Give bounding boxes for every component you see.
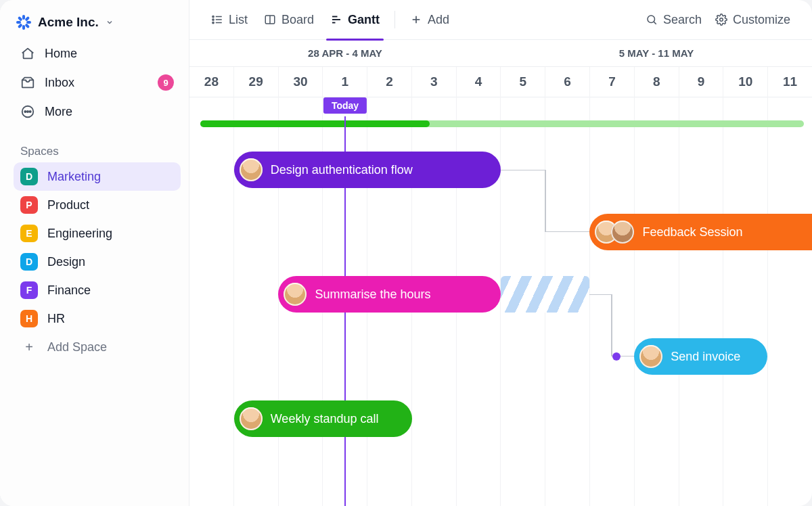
gantt-icon (330, 14, 342, 26)
more-icon (20, 104, 35, 119)
svg-point-3 (30, 111, 31, 112)
svg-point-1 (24, 111, 26, 112)
customize-button[interactable]: Customize (708, 0, 797, 40)
search-icon (646, 14, 658, 26)
dependency-line (501, 170, 545, 232)
main-pane: List Board Gantt Add (189, 0, 812, 506)
task-assignees (240, 158, 263, 181)
task-label: Weekly standup call (271, 412, 379, 426)
day-number: 29 (234, 67, 278, 97)
day-column: 9 (679, 67, 723, 506)
task-bar[interactable]: Send invoice (634, 338, 767, 375)
dependency-line (612, 294, 634, 356)
task-assignees (595, 221, 634, 244)
day-number: 1 (323, 67, 367, 97)
svg-point-2 (27, 111, 28, 112)
task-assignees (284, 283, 307, 306)
avatar (240, 158, 263, 181)
spaces-section-label: Spaces (14, 145, 181, 162)
nav-more-label: More (45, 105, 72, 119)
svg-point-17 (648, 16, 655, 23)
sidebar: Acme Inc. Home Inbox 9 More Spaces DM (0, 0, 189, 506)
dependency-line (545, 170, 590, 232)
view-tab-gantt[interactable]: Gantt (323, 0, 386, 40)
week-range-0: 28 APR - 4 MAY (189, 40, 501, 67)
search-label: Search (663, 13, 702, 27)
milestone-dot[interactable] (612, 352, 621, 361)
sidebar-space-engineering[interactable]: EEngineering (14, 219, 181, 248)
avatar (611, 221, 634, 244)
timeline-progress (200, 120, 804, 127)
day-number: 5 (501, 67, 545, 97)
search-button[interactable]: Search (639, 0, 708, 40)
plus-icon: + (20, 340, 38, 355)
day-column: 7 (589, 67, 634, 506)
workspace-name: Acme Inc. (38, 15, 99, 30)
space-label: Finance (47, 283, 91, 298)
add-space-button[interactable]: + Add Space (14, 333, 181, 362)
day-column: 29 (233, 67, 278, 506)
chevron-down-icon (106, 18, 114, 26)
task-bar[interactable]: Weekly standup call (234, 400, 412, 437)
nav-more[interactable]: More (14, 97, 181, 126)
task-assignees (639, 345, 662, 368)
space-label: Product (47, 198, 89, 212)
nav-home[interactable]: Home (14, 39, 181, 68)
view-tab-board[interactable]: Board (257, 0, 321, 40)
view-tab-list[interactable]: List (204, 0, 254, 40)
day-number: 11 (768, 67, 812, 97)
nav-inbox[interactable]: Inbox 9 (14, 68, 181, 97)
add-view-button[interactable]: Add (403, 0, 456, 40)
day-column: 10 (723, 67, 767, 506)
gear-icon (715, 14, 727, 26)
day-number: 10 (723, 67, 767, 97)
customize-label: Customize (733, 13, 790, 27)
list-icon (211, 14, 223, 26)
sidebar-space-finance[interactable]: FFinance (14, 276, 181, 304)
sidebar-space-hr[interactable]: HHR (14, 304, 181, 333)
day-number: 9 (679, 67, 723, 97)
nav-home-label: Home (45, 47, 77, 61)
task-label: Summarise the hours (315, 288, 430, 302)
sidebar-space-marketing[interactable]: DMarketing (14, 162, 181, 191)
inbox-icon (20, 75, 35, 90)
task-bar[interactable]: Feedback Session (589, 214, 812, 250)
task-assignees (240, 407, 263, 430)
svg-point-19 (720, 18, 723, 22)
task-bar[interactable]: Summarise the hours (278, 276, 501, 313)
avatar (240, 407, 263, 430)
nav-inbox-label: Inbox (45, 76, 74, 90)
day-column: 28 (189, 67, 233, 506)
avatar (284, 283, 307, 306)
svg-point-9 (212, 22, 214, 23)
week-range-1: 5 MAY - 11 MAY (501, 40, 812, 67)
space-color-swatch: P (20, 196, 38, 214)
task-label: Send invoice (671, 350, 740, 364)
svg-point-7 (212, 16, 214, 17)
gantt-canvas[interactable]: 2829301234567891011 TodayDesign authenti… (189, 67, 812, 506)
inbox-badge: 9 (158, 74, 174, 91)
space-color-swatch: D (20, 253, 38, 271)
task-label: Design authentication flow (271, 163, 413, 177)
day-number: 7 (590, 67, 634, 97)
space-label: Design (47, 255, 85, 269)
day-number: 3 (412, 67, 456, 97)
svg-line-18 (654, 22, 656, 24)
view-tab-list-label: List (229, 13, 248, 27)
sidebar-space-product[interactable]: PProduct (14, 191, 181, 219)
avatar (639, 345, 662, 368)
space-color-swatch: D (20, 168, 38, 185)
divider (394, 11, 395, 28)
task-bar[interactable]: Design authentication flow (234, 152, 501, 188)
day-number: 28 (189, 67, 233, 97)
workspace-switcher[interactable]: Acme Inc. (14, 12, 181, 39)
home-icon (20, 46, 35, 61)
day-number: 2 (367, 67, 411, 97)
buffer-block[interactable] (501, 276, 589, 313)
plus-icon (410, 14, 422, 26)
space-color-swatch: F (20, 281, 38, 299)
day-number: 8 (635, 67, 679, 97)
board-icon (264, 14, 276, 26)
sidebar-space-design[interactable]: DDesign (14, 248, 181, 276)
add-space-label: Add Space (47, 340, 107, 354)
